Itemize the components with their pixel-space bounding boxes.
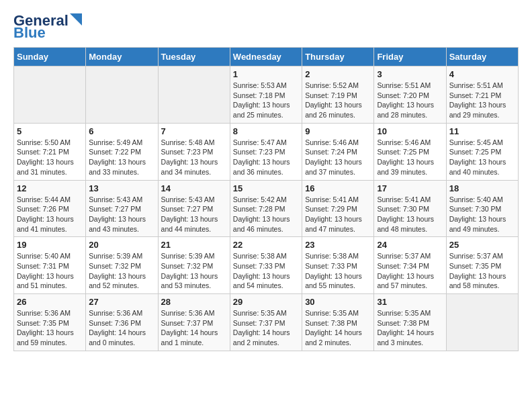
calendar-cell: 22Sunrise: 5:38 AM Sunset: 7:33 PM Dayli… <box>230 237 302 294</box>
day-info: Sunrise: 5:39 AM Sunset: 7:32 PM Dayligh… <box>89 251 154 291</box>
day-info: Sunrise: 5:37 AM Sunset: 7:35 PM Dayligh… <box>449 251 515 291</box>
calendar-cell: 18Sunrise: 5:40 AM Sunset: 7:30 PM Dayli… <box>446 180 518 237</box>
day-info: Sunrise: 5:50 AM Sunset: 7:21 PM Dayligh… <box>17 138 83 177</box>
day-info: Sunrise: 5:43 AM Sunset: 7:27 PM Dayligh… <box>89 195 154 234</box>
day-number: 25 <box>449 240 515 250</box>
day-info: Sunrise: 5:48 AM Sunset: 7:23 PM Dayligh… <box>161 138 227 177</box>
calendar-cell: 6Sunrise: 5:49 AM Sunset: 7:22 PM Daylig… <box>86 123 158 180</box>
day-number: 26 <box>17 297 83 307</box>
day-info: Sunrise: 5:49 AM Sunset: 7:22 PM Dayligh… <box>89 138 154 177</box>
calendar-cell: 2Sunrise: 5:52 AM Sunset: 7:19 PM Daylig… <box>302 66 374 124</box>
calendar-header-thursday: Thursday <box>302 48 374 66</box>
day-number: 27 <box>89 297 154 307</box>
day-number: 14 <box>161 183 227 193</box>
calendar-cell: 31Sunrise: 5:35 AM Sunset: 7:38 PM Dayli… <box>374 294 446 351</box>
day-number: 22 <box>233 240 299 250</box>
calendar-cell: 27Sunrise: 5:36 AM Sunset: 7:36 PM Dayli… <box>86 294 158 351</box>
calendar-cell: 20Sunrise: 5:39 AM Sunset: 7:32 PM Dayli… <box>86 237 158 294</box>
logo-arrow-icon <box>70 13 82 26</box>
day-info: Sunrise: 5:41 AM Sunset: 7:29 PM Dayligh… <box>305 195 371 234</box>
calendar-cell: 26Sunrise: 5:36 AM Sunset: 7:35 PM Dayli… <box>14 294 86 351</box>
calendar-cell: 4Sunrise: 5:51 AM Sunset: 7:21 PM Daylig… <box>446 66 518 124</box>
day-info: Sunrise: 5:46 AM Sunset: 7:25 PM Dayligh… <box>377 138 443 177</box>
day-number: 23 <box>305 240 371 250</box>
calendar-cell: 14Sunrise: 5:43 AM Sunset: 7:27 PM Dayli… <box>158 180 230 237</box>
calendar-cell: 5Sunrise: 5:50 AM Sunset: 7:21 PM Daylig… <box>14 123 86 180</box>
calendar-cell: 10Sunrise: 5:46 AM Sunset: 7:25 PM Dayli… <box>374 123 446 180</box>
calendar-cell: 3Sunrise: 5:51 AM Sunset: 7:20 PM Daylig… <box>374 66 446 124</box>
day-number: 20 <box>89 240 154 250</box>
day-info: Sunrise: 5:51 AM Sunset: 7:20 PM Dayligh… <box>377 81 443 120</box>
calendar-cell: 24Sunrise: 5:37 AM Sunset: 7:34 PM Dayli… <box>374 237 446 294</box>
day-number: 30 <box>305 297 371 307</box>
day-number: 16 <box>305 183 371 193</box>
day-info: Sunrise: 5:46 AM Sunset: 7:24 PM Dayligh… <box>305 138 371 177</box>
day-number: 17 <box>377 183 443 193</box>
day-number: 6 <box>89 126 154 136</box>
calendar-cell: 16Sunrise: 5:41 AM Sunset: 7:29 PM Dayli… <box>302 180 374 237</box>
day-info: Sunrise: 5:35 AM Sunset: 7:38 PM Dayligh… <box>377 308 443 348</box>
day-info: Sunrise: 5:38 AM Sunset: 7:33 PM Dayligh… <box>233 251 299 291</box>
calendar-cell <box>14 66 86 124</box>
calendar-week-row: 1Sunrise: 5:53 AM Sunset: 7:18 PM Daylig… <box>14 66 519 124</box>
day-number: 4 <box>449 69 515 79</box>
page-header: General Blue <box>13 13 519 40</box>
calendar-cell: 11Sunrise: 5:45 AM Sunset: 7:25 PM Dayli… <box>446 123 518 180</box>
day-number: 9 <box>305 126 371 136</box>
day-number: 8 <box>233 126 299 136</box>
calendar-cell <box>446 294 518 351</box>
day-number: 3 <box>377 69 443 79</box>
calendar-cell <box>86 66 158 124</box>
calendar-cell: 28Sunrise: 5:36 AM Sunset: 7:37 PM Dayli… <box>158 294 230 351</box>
day-info: Sunrise: 5:36 AM Sunset: 7:35 PM Dayligh… <box>17 308 83 348</box>
calendar-header-friday: Friday <box>374 48 446 66</box>
calendar-week-row: 19Sunrise: 5:40 AM Sunset: 7:31 PM Dayli… <box>14 237 519 294</box>
calendar-header-wednesday: Wednesday <box>230 48 302 66</box>
day-number: 21 <box>161 240 227 250</box>
calendar-table: SundayMondayTuesdayWednesdayThursdayFrid… <box>13 47 519 351</box>
calendar-header-monday: Monday <box>86 48 158 66</box>
day-number: 28 <box>161 297 227 307</box>
calendar-header-tuesday: Tuesday <box>158 48 230 66</box>
day-info: Sunrise: 5:36 AM Sunset: 7:37 PM Dayligh… <box>161 308 227 348</box>
day-number: 7 <box>161 126 227 136</box>
calendar-cell: 8Sunrise: 5:47 AM Sunset: 7:23 PM Daylig… <box>230 123 302 180</box>
day-info: Sunrise: 5:40 AM Sunset: 7:30 PM Dayligh… <box>449 195 515 234</box>
day-info: Sunrise: 5:47 AM Sunset: 7:23 PM Dayligh… <box>233 138 299 177</box>
calendar-cell: 7Sunrise: 5:48 AM Sunset: 7:23 PM Daylig… <box>158 123 230 180</box>
calendar-week-row: 12Sunrise: 5:44 AM Sunset: 7:26 PM Dayli… <box>14 180 519 237</box>
day-number: 11 <box>449 126 515 136</box>
calendar-cell: 23Sunrise: 5:38 AM Sunset: 7:33 PM Dayli… <box>302 237 374 294</box>
calendar-header-saturday: Saturday <box>446 48 518 66</box>
day-info: Sunrise: 5:53 AM Sunset: 7:18 PM Dayligh… <box>233 81 299 120</box>
calendar-cell <box>158 66 230 124</box>
day-number: 24 <box>377 240 443 250</box>
day-info: Sunrise: 5:40 AM Sunset: 7:31 PM Dayligh… <box>17 251 83 291</box>
day-info: Sunrise: 5:41 AM Sunset: 7:30 PM Dayligh… <box>377 195 443 234</box>
calendar-cell: 21Sunrise: 5:39 AM Sunset: 7:32 PM Dayli… <box>158 237 230 294</box>
day-number: 10 <box>377 126 443 136</box>
calendar-cell: 12Sunrise: 5:44 AM Sunset: 7:26 PM Dayli… <box>14 180 86 237</box>
logo-blue-text: Blue <box>13 26 46 40</box>
svg-marker-0 <box>70 13 82 26</box>
day-info: Sunrise: 5:52 AM Sunset: 7:19 PM Dayligh… <box>305 81 371 120</box>
day-number: 12 <box>17 183 83 193</box>
calendar-cell: 13Sunrise: 5:43 AM Sunset: 7:27 PM Dayli… <box>86 180 158 237</box>
day-number: 15 <box>233 183 299 193</box>
calendar-week-row: 5Sunrise: 5:50 AM Sunset: 7:21 PM Daylig… <box>14 123 519 180</box>
calendar-cell: 1Sunrise: 5:53 AM Sunset: 7:18 PM Daylig… <box>230 66 302 124</box>
day-info: Sunrise: 5:42 AM Sunset: 7:28 PM Dayligh… <box>233 195 299 234</box>
day-number: 29 <box>233 297 299 307</box>
day-info: Sunrise: 5:37 AM Sunset: 7:34 PM Dayligh… <box>377 251 443 291</box>
calendar-cell: 17Sunrise: 5:41 AM Sunset: 7:30 PM Dayli… <box>374 180 446 237</box>
calendar-header-row: SundayMondayTuesdayWednesdayThursdayFrid… <box>14 48 519 66</box>
logo: General Blue <box>13 13 82 40</box>
day-info: Sunrise: 5:35 AM Sunset: 7:37 PM Dayligh… <box>233 308 299 348</box>
day-info: Sunrise: 5:43 AM Sunset: 7:27 PM Dayligh… <box>161 195 227 234</box>
day-info: Sunrise: 5:35 AM Sunset: 7:38 PM Dayligh… <box>305 308 371 348</box>
day-number: 31 <box>377 297 443 307</box>
calendar-cell: 30Sunrise: 5:35 AM Sunset: 7:38 PM Dayli… <box>302 294 374 351</box>
calendar-week-row: 26Sunrise: 5:36 AM Sunset: 7:35 PM Dayli… <box>14 294 519 351</box>
calendar-cell: 15Sunrise: 5:42 AM Sunset: 7:28 PM Dayli… <box>230 180 302 237</box>
day-info: Sunrise: 5:45 AM Sunset: 7:25 PM Dayligh… <box>449 138 515 177</box>
